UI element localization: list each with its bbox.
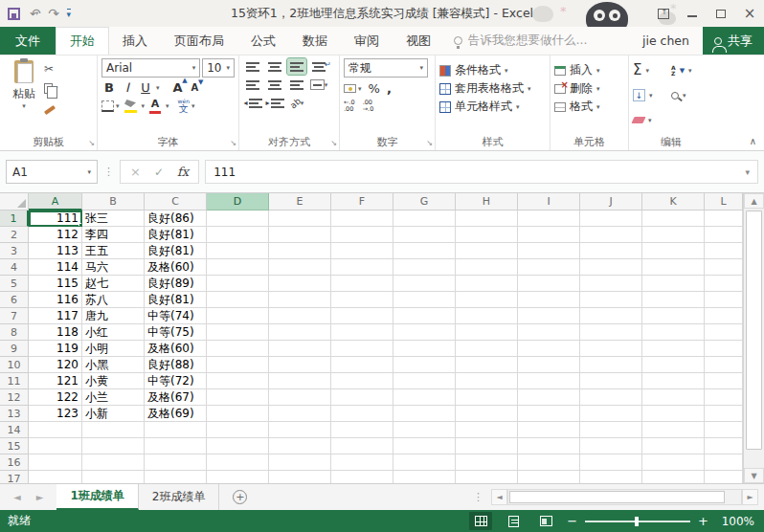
merge-center-button[interactable]: ▾ <box>309 77 328 93</box>
cell-A8[interactable]: 118 <box>29 324 82 341</box>
vertical-scrollbar[interactable]: ▲ ▼ <box>743 193 764 483</box>
row-header-6[interactable]: 6 <box>0 292 29 308</box>
tab-insert[interactable]: 插入 <box>109 27 161 55</box>
cell-H6[interactable] <box>456 292 518 308</box>
cell-L17[interactable] <box>705 471 743 483</box>
scroll-up-icon[interactable]: ▲ <box>744 193 764 209</box>
increase-decimal-button[interactable]: ←.0.00 <box>344 100 355 112</box>
cell-D4[interactable] <box>207 259 269 276</box>
row-header-10[interactable]: 10 <box>0 357 29 373</box>
cell-G15[interactable] <box>393 438 456 454</box>
cell-styles-button[interactable]: 单元格样式▾ <box>439 98 546 116</box>
cell-E12[interactable] <box>269 389 331 406</box>
cell-G13[interactable] <box>393 406 456 422</box>
underline-button[interactable]: U <box>138 80 153 95</box>
cell-E6[interactable] <box>269 292 331 308</box>
cell-H15[interactable] <box>456 438 518 454</box>
cell-K16[interactable] <box>642 454 705 471</box>
row-header-4[interactable]: 4 <box>0 259 29 276</box>
cell-G1[interactable] <box>393 211 456 227</box>
cell-F11[interactable] <box>331 373 393 389</box>
cell-E13[interactable] <box>269 406 331 422</box>
bold-button[interactable]: B <box>101 80 117 95</box>
cell-L15[interactable] <box>705 438 743 454</box>
paste-dropdown-icon[interactable]: ▾ <box>22 102 26 110</box>
cell-I10[interactable] <box>518 357 580 373</box>
cell-F7[interactable] <box>331 308 393 324</box>
cell-K3[interactable] <box>642 243 705 259</box>
cell-E3[interactable] <box>269 243 331 259</box>
cell-I1[interactable] <box>518 211 580 227</box>
user-name[interactable]: jie chen <box>629 27 703 55</box>
cell-A1[interactable]: 111 <box>29 211 82 227</box>
cell-K6[interactable] <box>642 292 705 308</box>
insert-function-icon[interactable]: fx <box>177 165 189 179</box>
sheet-prev-icon[interactable]: ◄ <box>13 492 21 502</box>
cell-C4[interactable]: 及格(60) <box>145 259 207 276</box>
tab-data[interactable]: 数据 <box>289 27 341 55</box>
horizontal-scrollbar-thumb[interactable] <box>509 491 725 503</box>
align-right-button[interactable] <box>287 77 306 93</box>
find-select-button[interactable]: ▾ <box>671 86 709 104</box>
cell-D12[interactable] <box>207 389 269 406</box>
cell-I9[interactable] <box>518 341 580 357</box>
row-header-3[interactable]: 3 <box>0 243 29 259</box>
font-dialog-launcher-icon[interactable]: ↘ <box>230 139 236 147</box>
ribbon-display-options-button[interactable] <box>649 0 678 27</box>
align-left-button[interactable] <box>243 77 262 93</box>
cell-G2[interactable] <box>393 227 456 243</box>
name-box[interactable]: A1 ▾ <box>6 160 98 184</box>
cell-B7[interactable]: 唐九 <box>82 308 145 324</box>
format-cells-button[interactable]: 格式▾ <box>554 98 624 116</box>
cell-B9[interactable]: 小明 <box>82 341 145 357</box>
format-painter-button[interactable] <box>44 100 58 115</box>
tab-home[interactable]: 开始 <box>56 27 109 55</box>
cell-J15[interactable] <box>580 438 642 454</box>
cell-D13[interactable] <box>207 406 269 422</box>
cell-D5[interactable] <box>207 276 269 292</box>
column-header-E[interactable]: E <box>269 193 331 211</box>
row-header-17[interactable]: 17 <box>0 471 29 483</box>
column-header-B[interactable]: B <box>82 193 145 211</box>
maximize-button[interactable] <box>707 0 735 27</box>
cell-E5[interactable] <box>269 276 331 292</box>
minimize-button[interactable] <box>678 0 707 27</box>
cell-A9[interactable]: 119 <box>29 341 82 357</box>
decrease-indent-button[interactable]: ◂ <box>243 95 262 111</box>
cell-E4[interactable] <box>269 259 331 276</box>
cell-E17[interactable] <box>269 471 331 483</box>
comma-style-button[interactable]: , <box>387 81 392 96</box>
tell-me-box[interactable]: 告诉我您想要做什么... <box>444 27 596 55</box>
cell-C7[interactable]: 中等(74) <box>145 308 207 324</box>
expand-formula-bar-icon[interactable]: ▾ <box>745 167 750 177</box>
number-format-combo[interactable]: 常规 ▾ <box>344 58 428 78</box>
cell-L11[interactable] <box>705 373 743 389</box>
column-header-F[interactable]: F <box>331 193 393 211</box>
sheet-tab-1[interactable]: 1班成绩单 <box>56 484 138 510</box>
formula-bar-splitter[interactable]: ⋮ <box>103 166 114 178</box>
cell-B16[interactable] <box>82 454 145 471</box>
cell-A7[interactable]: 117 <box>29 308 82 324</box>
cell-F15[interactable] <box>331 438 393 454</box>
borders-button[interactable]: ▾ <box>101 100 120 112</box>
cell-H14[interactable] <box>456 422 518 438</box>
cell-G8[interactable] <box>393 324 456 341</box>
cell-F5[interactable] <box>331 276 393 292</box>
cell-K4[interactable] <box>642 259 705 276</box>
row-header-14[interactable]: 14 <box>0 422 29 438</box>
cell-K5[interactable] <box>642 276 705 292</box>
cell-C8[interactable]: 中等(75) <box>145 324 207 341</box>
cell-D8[interactable] <box>207 324 269 341</box>
cell-J16[interactable] <box>580 454 642 471</box>
new-sheet-button[interactable]: + <box>233 490 247 504</box>
cell-H5[interactable] <box>456 276 518 292</box>
cell-E10[interactable] <box>269 357 331 373</box>
tab-formulas[interactable]: 公式 <box>237 27 289 55</box>
cell-C14[interactable] <box>145 422 207 438</box>
sheet-tab-2[interactable]: 2班成绩单 <box>139 484 220 510</box>
row-header-13[interactable]: 13 <box>0 406 29 422</box>
cell-F3[interactable] <box>331 243 393 259</box>
tab-scroll-splitter[interactable]: ⋮ <box>473 491 483 503</box>
cell-G5[interactable] <box>393 276 456 292</box>
cell-B6[interactable]: 苏八 <box>82 292 145 308</box>
